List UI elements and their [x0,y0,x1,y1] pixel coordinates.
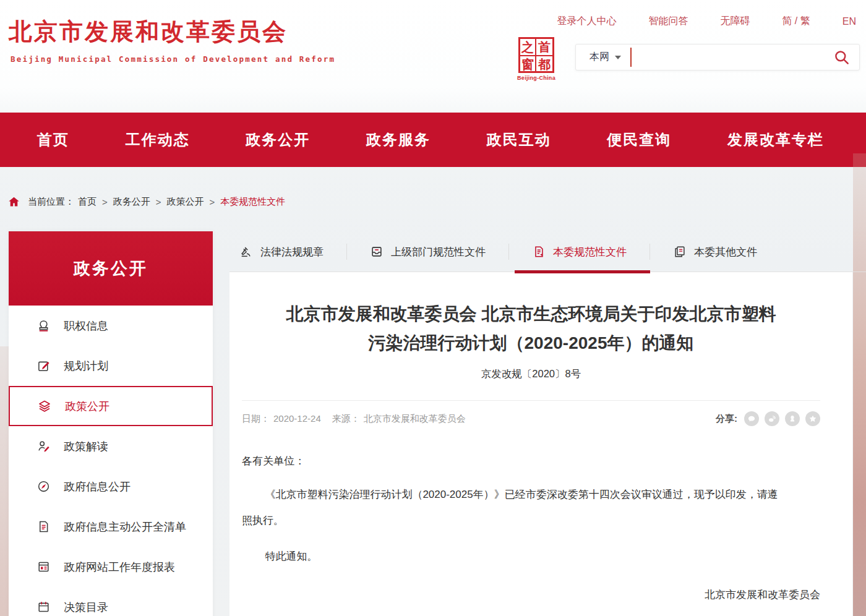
breadcrumb-separator: > [156,197,161,207]
paragraph: 《北京市塑料污染治理行动计划（2020-2025年）》已经市委深改委第十四次会议… [242,482,786,534]
chevron-down-icon [615,56,621,62]
normative-doc-icon [532,245,546,259]
qq-share-icon[interactable] [785,411,800,426]
weibo-share-icon[interactable] [765,411,779,426]
search-scope-label: 本网 [589,51,609,64]
capital-window-seal-logo[interactable]: 之 首 窗 都 Beijing-China [516,37,557,81]
sidebar: 政务公开 职权信息 规划计划 [9,231,213,616]
layers-icon [37,399,52,414]
breadcrumb-policy-disclosure[interactable]: 政策公开 [167,196,204,208]
plan-edit-icon [36,359,51,373]
document-tabs: 法律法规规章 上级部门规范性文件 [229,231,852,272]
breadcrumb-gov-disclosure[interactable]: 政务公开 [113,196,150,208]
date-label: 日期： [242,413,270,424]
sidebar-item-website-annual-report[interactable]: 政府网站工作年度报表 [9,547,213,587]
accessibility-link[interactable]: 无障碍 [720,15,750,28]
seal-char: 都 [536,56,552,72]
compass-icon [36,479,51,494]
date-value: 2020-12-24 [273,413,321,424]
article-title: 北京市发展和改革委员会 北京市生态环境局关于印发北京市塑料 污染治理行动计划（2… [242,272,820,357]
article-title-line1: 北京市发展和改革委员会 北京市生态环境局关于印发北京市塑料 [242,299,820,328]
sidebar-item-policy-interpretation[interactable]: 政策解读 [9,426,213,466]
nav-item-public-interaction[interactable]: 政民互动 [487,130,551,150]
search-scope-dropdown[interactable]: 本网 [589,51,621,64]
sidebar-item-label: 政策公开 [65,399,109,414]
signature: 北京市发展和改革委员会 [242,582,820,608]
tab-label: 本委规范性文件 [553,245,627,259]
sidebar-item-authority-info[interactable]: 职权信息 [9,306,213,346]
share-bar: 分享: [716,411,820,426]
article-body: 各有关单位： 《北京市塑料污染治理行动计划（2020-2025年）》已经市委深改… [242,448,820,608]
salutation: 各有关单位： [242,448,820,474]
inbox-doc-icon [370,245,384,259]
nav-item-convenience-query[interactable]: 便民查询 [607,130,671,150]
seal-char: 首 [536,39,552,56]
tab-laws-regulations[interactable]: 法律法规规章 [239,231,324,272]
sidebar-item-label: 政府网站工作年度报表 [64,560,175,575]
breadcrumb-current[interactable]: 本委规范性文件 [220,196,285,208]
tab-label: 法律法规规章 [260,245,324,259]
nav-item-home[interactable]: 首页 [37,130,69,150]
english-link[interactable]: EN [842,16,856,27]
site-logo-subtitle: Beijing Municipal Commission of Developm… [11,54,335,64]
date-source-row: 日期：2020-12-24来源：北京市发展和改革委员会 [242,413,469,425]
login-personal-center-link[interactable]: 登录个人中心 [557,15,616,28]
source-label: 来源： [332,413,360,424]
article-panel: 北京市发展和改革委员会 北京市生态环境局关于印发北京市塑料 污染治理行动计划（2… [229,272,852,616]
share-label: 分享: [716,413,737,425]
site-header: 北京市发展和改革委员会 Beijing Municipal Commission… [0,0,866,113]
sidebar-title: 政务公开 [9,231,213,306]
simplified-traditional-link[interactable]: 简 / 繁 [782,15,810,28]
breadcrumb-separator: > [102,197,108,207]
sidebar-item-label: 规划计划 [64,359,108,374]
breadcrumb-home[interactable]: 首页 [78,196,96,208]
tab-divider [346,244,347,260]
interpret-icon [36,439,51,453]
paragraph: 特此通知。 [242,544,820,570]
stamp-icon [36,319,51,333]
source-value: 北京市发展和改革委员会 [364,413,466,424]
page-layout: 政务公开 职权信息 规划计划 [9,231,852,616]
background-texture-left [0,346,9,616]
sidebar-item-label: 政策解读 [64,439,108,454]
nav-item-reform-special[interactable]: 发展改革专栏 [727,130,824,150]
nav-item-gov-disclosure[interactable]: 政务公开 [246,130,310,150]
nav-item-work-updates[interactable]: 工作动态 [126,130,190,150]
decision-catalog-icon [36,600,51,614]
sidebar-item-gov-info-disclosure[interactable]: 政府信息公开 [9,466,213,507]
tab-label: 本委其他文件 [694,245,757,259]
seal-char: 窗 [520,56,536,72]
smart-qa-link[interactable]: 智能问答 [648,15,688,28]
tab-superior-normative-docs[interactable]: 上级部门规范性文件 [370,231,486,272]
search-input[interactable] [632,45,833,70]
sidebar-item-decision-catalog[interactable]: 决策目录 [9,587,213,616]
sidebar-item-label: 职权信息 [64,319,108,333]
tab-commission-other-docs[interactable]: 本委其他文件 [673,231,757,272]
wechat-share-icon[interactable] [744,411,759,426]
nav-item-gov-services[interactable]: 政务服务 [366,130,431,150]
home-icon [7,195,20,208]
document-number: 京发改规〔2020〕8号 [242,367,820,381]
article-title-line2: 污染治理行动计划（2020-2025年）的通知 [242,328,820,357]
main-content: 法律法规规章 上级部门规范性文件 [229,231,852,616]
seal-caption: Beijing-China [516,75,557,81]
sidebar-item-policy-disclosure[interactable]: 政策公开 [9,386,213,426]
qzone-star-share-icon[interactable] [805,411,820,426]
sidebar-item-label: 政府信息公开 [64,479,131,494]
gavel-icon [239,245,253,259]
breadcrumb-separator: > [210,197,215,207]
sidebar-item-label: 决策目录 [64,600,108,615]
sidebar-item-plans[interactable]: 规划计划 [9,346,213,386]
sidebar-item-proactive-disclosure-list[interactable]: 政府信息主动公开全清单 [9,507,213,547]
search-icon[interactable] [833,49,850,66]
seal-char: 之 [520,39,536,56]
seal-icon: 之 首 窗 都 [518,37,554,73]
tab-commission-normative-docs[interactable]: 本委规范性文件 [532,231,627,272]
tab-divider [508,244,509,260]
main-navigation: 首页 工作动态 政务公开 政务服务 政民互动 便民查询 发展改革专栏 [0,113,866,167]
breadcrumb-label: 当前位置： [28,196,74,208]
search-bar: 本网 [575,44,860,71]
breadcrumb: 当前位置： 首页 > 政务公开 > 政策公开 > 本委规范性文件 [7,195,866,208]
tab-divider [650,244,650,260]
other-docs-icon [673,245,687,259]
